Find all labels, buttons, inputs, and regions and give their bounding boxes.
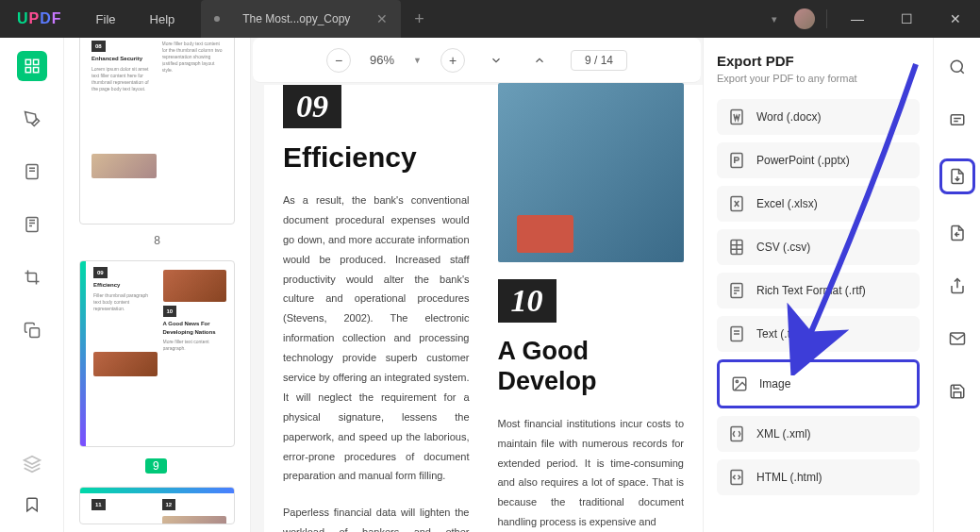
ocr-button[interactable] (943, 106, 972, 134)
app-logo: UPDF (0, 10, 79, 27)
close-icon[interactable]: ✕ (376, 11, 388, 26)
export-title: Export PDF (717, 53, 920, 69)
thumbnails-rail-button[interactable] (17, 51, 47, 81)
titlebar: UPDF File Help The Most...opy_Copy ✕ + ▾… (0, 0, 980, 38)
export-powerpoint[interactable]: PowerPoint (.pptx) (717, 142, 920, 178)
svg-rect-2 (25, 68, 30, 73)
export-image[interactable]: Image (717, 359, 920, 408)
chevron-down-icon[interactable]: ▾ (766, 13, 783, 25)
svg-rect-3 (33, 68, 38, 73)
image-icon (731, 375, 748, 392)
section-title-efficiency: Efficiency (283, 141, 470, 174)
section-title-good-news: A GoodDevelop (498, 336, 685, 397)
text-icon (728, 325, 745, 342)
export-subtitle: Export your PDF to any format (717, 73, 920, 84)
copy-rail-button[interactable] (17, 315, 47, 345)
thumbnail-page-10[interactable]: 1112 (79, 487, 235, 524)
export-panel: Export PDF Export your PDF to any format… (703, 38, 933, 532)
export-text[interactable]: Text (.txt) (717, 316, 920, 352)
powerpoint-icon (728, 152, 745, 169)
zoom-out-button[interactable]: − (326, 48, 351, 73)
document-tab[interactable]: The Most...opy_Copy ✕ (201, 0, 401, 38)
page-rail-button[interactable] (17, 157, 47, 187)
svg-marker-9 (24, 457, 40, 464)
paragraph: As a result, the bank's conventional doc… (283, 191, 470, 486)
thumbnail-page-8[interactable]: 08Enhanced SecurityLorem ipsum dolor sit… (79, 38, 235, 224)
section-number-09: 09 (283, 85, 341, 128)
page-down-button[interactable] (484, 48, 508, 73)
share-button[interactable] (943, 272, 972, 300)
zoom-in-button[interactable]: + (440, 48, 465, 73)
export-excel[interactable]: Excel (.xlsx) (717, 186, 920, 222)
excel-icon (728, 195, 745, 212)
add-tab-button[interactable]: + (414, 9, 424, 29)
svg-rect-8 (29, 328, 39, 338)
svg-rect-1 (33, 59, 38, 64)
thumbnail-page-9[interactable]: 09EfficiencyFiller thumbnail paragraph t… (79, 260, 235, 447)
zoom-dropdown-icon[interactable]: ▼ (413, 56, 422, 65)
right-rail (933, 38, 980, 532)
rtf-icon (728, 282, 745, 299)
xml-icon (728, 425, 745, 442)
zoom-value: 96% (370, 53, 394, 67)
thumbnail-label-8: 8 (79, 234, 235, 247)
html-icon (728, 469, 745, 486)
left-rail (0, 38, 64, 532)
svg-point-25 (736, 380, 738, 382)
close-button[interactable]: ✕ (937, 0, 974, 38)
document-page: 09 Efficiency As a result, the bank's co… (264, 85, 703, 532)
page-input[interactable] (571, 50, 627, 71)
email-button[interactable] (943, 324, 972, 353)
page-up-button[interactable] (527, 48, 552, 73)
maximize-button[interactable]: ☐ (888, 0, 925, 38)
crop-rail-button[interactable] (17, 262, 47, 292)
export-csv[interactable]: CSV (.csv) (717, 229, 920, 265)
document-image (498, 83, 685, 262)
svg-point-28 (951, 60, 962, 72)
tab-title: The Most...opy_Copy (242, 12, 350, 25)
forms-rail-button[interactable] (17, 209, 47, 240)
search-button[interactable] (943, 53, 972, 81)
thumbnail-panel: 08Enhanced SecurityLorem ipsum dolor sit… (64, 38, 251, 532)
menu-file[interactable]: File (79, 12, 133, 26)
csv-icon (728, 239, 745, 256)
layers-icon[interactable] (23, 455, 42, 477)
svg-rect-0 (25, 59, 30, 64)
paragraph: Most financial institutions incur costs … (498, 414, 685, 532)
tab-indicator-icon (214, 16, 220, 22)
thumbnail-label-9: 9 (145, 458, 167, 474)
word-icon (728, 108, 745, 125)
export-rtf[interactable]: Rich Text Format (.rtf) (717, 273, 920, 308)
section-number-10: 10 (498, 279, 556, 323)
bookmark-icon[interactable] (24, 496, 41, 517)
export-pdf-button[interactable] (939, 158, 975, 194)
avatar[interactable] (794, 8, 815, 29)
convert-button[interactable] (943, 219, 972, 247)
minimize-button[interactable]: — (839, 0, 876, 38)
highlighter-rail-button[interactable] (17, 104, 47, 134)
export-html[interactable]: HTML (.html) (717, 459, 920, 495)
document-viewer: − 96% ▼ + 09 Efficiency As a result, the… (251, 38, 703, 532)
viewer-toolbar: − 96% ▼ + (253, 38, 701, 83)
save-button[interactable] (943, 377, 972, 406)
svg-line-29 (960, 70, 963, 73)
menu-help[interactable]: Help (133, 12, 192, 26)
svg-rect-30 (951, 115, 964, 125)
export-xml[interactable]: XML (.xml) (717, 416, 920, 452)
export-word[interactable]: Word (.docx) (717, 99, 920, 135)
paragraph: Paperless financial data will lighten th… (283, 503, 470, 532)
